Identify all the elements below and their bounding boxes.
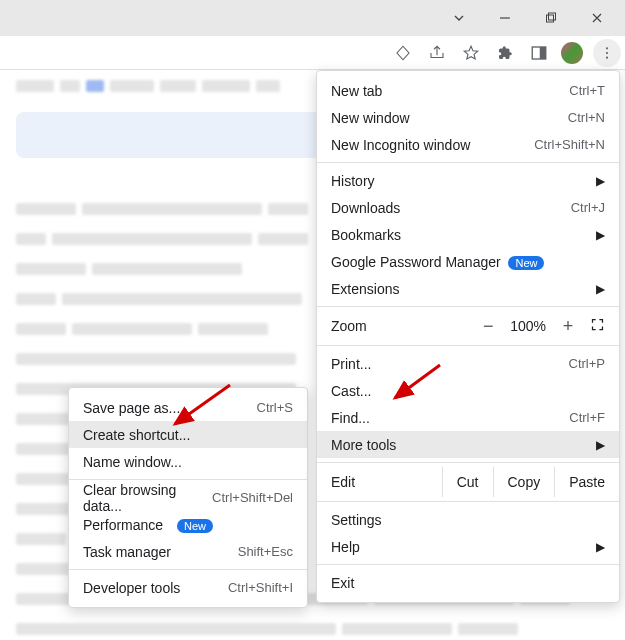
submenu-arrow-icon: ▶ <box>596 540 605 554</box>
submenu-label: Task manager <box>83 544 171 560</box>
close-icon <box>591 12 603 24</box>
puzzle-icon <box>496 44 514 62</box>
menu-cast[interactable]: Cast... <box>317 377 619 404</box>
submenu-arrow-icon: ▶ <box>596 174 605 188</box>
menu-shortcut: Ctrl+F <box>569 410 605 425</box>
window-titlebar <box>0 0 625 36</box>
zoom-label: Zoom <box>331 318 367 334</box>
share-button[interactable] <box>425 41 449 65</box>
submenu-shortcut: Shift+Esc <box>238 544 293 559</box>
extensions-button[interactable] <box>493 41 517 65</box>
menu-divider <box>69 569 307 570</box>
submenu-label: Developer tools <box>83 580 180 596</box>
submenu-save-as[interactable]: Save page as... Ctrl+S <box>69 394 307 421</box>
menu-history[interactable]: History ▶ <box>317 167 619 194</box>
submenu-shortcut: Ctrl+S <box>257 400 293 415</box>
submenu-label: Clear browsing data... <box>83 482 212 514</box>
menu-extensions[interactable]: Extensions ▶ <box>317 275 619 302</box>
browser-toolbar <box>0 36 625 70</box>
menu-divider <box>69 479 307 480</box>
menu-label: Cast... <box>331 383 371 399</box>
menu-zoom-row: Zoom − 100% + <box>317 311 619 341</box>
menu-password-manager[interactable]: Google Password Manager New <box>317 248 619 275</box>
menu-label: New window <box>331 110 410 126</box>
submenu-developer-tools[interactable]: Developer tools Ctrl+Shift+I <box>69 574 307 601</box>
menu-label: New Incognito window <box>331 137 470 153</box>
submenu-shortcut: Ctrl+Shift+Del <box>212 490 293 505</box>
submenu-task-manager[interactable]: Task manager Shift+Esc <box>69 538 307 565</box>
zoom-out-button[interactable]: − <box>480 316 496 337</box>
kebab-icon <box>599 45 615 61</box>
svg-point-4 <box>606 47 608 49</box>
menu-edit-row: Edit Cut Copy Paste <box>317 467 619 497</box>
new-badge: New <box>177 519 213 533</box>
menu-divider <box>317 564 619 565</box>
minimize-button[interactable] <box>483 3 527 33</box>
submenu-name-window[interactable]: Name window... <box>69 448 307 475</box>
menu-label: Exit <box>331 575 354 591</box>
menu-help[interactable]: Help ▶ <box>317 533 619 560</box>
edit-label: Edit <box>331 474 442 490</box>
menu-label: History <box>331 173 375 189</box>
menu-label: Settings <box>331 512 382 528</box>
more-tools-submenu: Save page as... Ctrl+S Create shortcut..… <box>68 387 308 608</box>
chrome-menu-button[interactable] <box>593 39 621 67</box>
fullscreen-button[interactable] <box>590 317 605 335</box>
menu-downloads[interactable]: Downloads Ctrl+J <box>317 194 619 221</box>
svg-rect-3 <box>540 47 546 59</box>
submenu-create-shortcut[interactable]: Create shortcut... <box>69 421 307 448</box>
close-button[interactable] <box>575 3 619 33</box>
submenu-arrow-icon: ▶ <box>596 438 605 452</box>
menu-shortcut: Ctrl+T <box>569 83 605 98</box>
menu-print[interactable]: Print... Ctrl+P <box>317 350 619 377</box>
menu-shortcut: Ctrl+J <box>571 200 605 215</box>
submenu-label: Performance New <box>83 517 213 533</box>
new-badge: New <box>508 256 544 270</box>
menu-divider <box>317 501 619 502</box>
menu-shortcut: Ctrl+Shift+N <box>534 137 605 152</box>
diamond-icon <box>394 44 412 62</box>
menu-divider <box>317 306 619 307</box>
menu-label: Downloads <box>331 200 400 216</box>
maximize-icon <box>545 12 557 24</box>
submenu-clear-data[interactable]: Clear browsing data... Ctrl+Shift+Del <box>69 484 307 511</box>
star-icon <box>462 44 480 62</box>
svg-point-6 <box>606 56 608 58</box>
submenu-performance[interactable]: Performance New <box>69 511 307 538</box>
menu-shortcut: Ctrl+P <box>569 356 605 371</box>
svg-rect-1 <box>549 13 556 20</box>
rewards-icon[interactable] <box>391 41 415 65</box>
menu-divider <box>317 162 619 163</box>
submenu-label: Save page as... <box>83 400 180 416</box>
menu-shortcut: Ctrl+N <box>568 110 605 125</box>
menu-more-tools[interactable]: More tools ▶ <box>317 431 619 458</box>
cut-button[interactable]: Cut <box>442 467 493 497</box>
submenu-label: Name window... <box>83 454 182 470</box>
chrome-main-menu: New tab Ctrl+T New window Ctrl+N New Inc… <box>316 70 620 603</box>
copy-button[interactable]: Copy <box>493 467 555 497</box>
submenu-shortcut: Ctrl+Shift+I <box>228 580 293 595</box>
menu-label: Google Password Manager New <box>331 254 544 270</box>
menu-incognito[interactable]: New Incognito window Ctrl+Shift+N <box>317 131 619 158</box>
tab-search-button[interactable] <box>437 3 481 33</box>
menu-label: Help <box>331 539 360 555</box>
fullscreen-icon <box>590 317 605 332</box>
maximize-button[interactable] <box>529 3 573 33</box>
menu-settings[interactable]: Settings <box>317 506 619 533</box>
menu-label: More tools <box>331 437 396 453</box>
sidepanel-button[interactable] <box>527 41 551 65</box>
menu-new-tab[interactable]: New tab Ctrl+T <box>317 77 619 104</box>
svg-rect-0 <box>547 15 554 22</box>
menu-exit[interactable]: Exit <box>317 569 619 596</box>
menu-find[interactable]: Find... Ctrl+F <box>317 404 619 431</box>
menu-bookmarks[interactable]: Bookmarks ▶ <box>317 221 619 248</box>
zoom-value: 100% <box>510 318 546 334</box>
bookmark-button[interactable] <box>459 41 483 65</box>
menu-new-window[interactable]: New window Ctrl+N <box>317 104 619 131</box>
zoom-in-button[interactable]: + <box>560 316 576 337</box>
menu-label: Find... <box>331 410 370 426</box>
menu-divider <box>317 462 619 463</box>
paste-button[interactable]: Paste <box>554 467 619 497</box>
minimize-icon <box>499 12 511 24</box>
profile-avatar[interactable] <box>561 42 583 64</box>
